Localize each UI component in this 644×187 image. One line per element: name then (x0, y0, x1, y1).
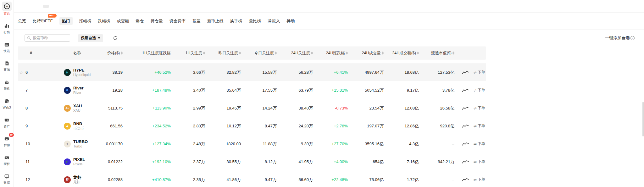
sidebar-item[interactable]: 资产 (1, 116, 13, 128)
order-button[interactable]: ⇌ 下单 (470, 70, 485, 75)
topnav-item[interactable] (43, 5, 49, 8)
change-24h-cell: +15.31% (313, 88, 348, 93)
price-cell: 19.28 (102, 88, 123, 93)
table-row[interactable]: ☆ 9 ◆ BNB 币安币 661.56 +234.52% 2.83万 10.1… (18, 117, 486, 135)
column-header[interactable]: 24H成交额($) (384, 51, 419, 56)
column-header-label: 今日关注度 (254, 51, 274, 56)
subnav-tab-label: 异动 (287, 19, 295, 23)
help-icon[interactable]: ? (630, 36, 635, 40)
column-header[interactable]: 今日关注度 (241, 51, 277, 56)
coin-icon: ◆ (64, 123, 71, 130)
subnav-tab[interactable]: 总览 (18, 18, 26, 24)
subnav-tab[interactable]: 跌幅榜 (98, 18, 110, 24)
price-cell: 0.001170 (102, 142, 123, 146)
subnav-tab-label: 涨幅榜 (79, 19, 92, 23)
subnav-tab[interactable]: 量比榜 (249, 18, 261, 24)
scrollbar-thumb[interactable] (642, 102, 644, 136)
sparkline-icon[interactable] (454, 70, 470, 75)
column-header[interactable]: 24H成交量 (348, 51, 384, 56)
sidebar-item[interactable]: 要闻 (1, 59, 13, 72)
order-button[interactable]: ⇌ 下单 (470, 141, 485, 147)
volume-24h-cell: 197.07万 (348, 123, 384, 129)
subnav-tab[interactable]: 换手榜 (230, 18, 242, 24)
sparkline-icon[interactable] (454, 124, 470, 128)
column-header[interactable]: 流通市值($) (419, 51, 454, 56)
column-header[interactable]: 昨日关注度 (205, 51, 241, 56)
subnav-tab[interactable]: 热门 (59, 17, 73, 25)
column-header: # (18, 51, 64, 55)
name-cell: T TURBO Turbo (64, 140, 102, 148)
price-cell: 661.56 (102, 124, 123, 128)
sort-arrows-icon[interactable] (452, 51, 454, 55)
sparkline-icon[interactable] (454, 178, 470, 182)
data-monitor-icon (2, 172, 12, 180)
sparkline-icon[interactable] (454, 106, 470, 110)
order-button[interactable]: ⇌ 下单 (470, 105, 485, 111)
sidebar-item[interactable]: 快讯 (1, 40, 13, 53)
coin-fullname: XAU (73, 108, 82, 113)
subnav-tab[interactable]: 基差 (192, 18, 201, 24)
refresh-icon[interactable] (113, 36, 118, 40)
search-input[interactable] (33, 36, 68, 40)
add-watchlist-button[interactable]: 一键添加自选 ? (605, 35, 635, 41)
subnav-tab[interactable]: 异动 (287, 18, 295, 24)
sidebar-item[interactable]: 数据 (1, 172, 13, 184)
subnav-tab[interactable]: 资金费率 (169, 18, 186, 24)
sidebar-item[interactable]: 策略 (1, 78, 13, 90)
rank-value: 7 (25, 88, 28, 93)
order-button[interactable]: ⇌ 下单 (470, 177, 485, 182)
favorite-star-icon[interactable]: ☆ (19, 70, 25, 75)
sidebar-item[interactable]: 授权 (1, 153, 13, 166)
sidebar-item[interactable]: ai 首页 (1, 2, 13, 15)
sidebar-item[interactable]: 行情 (1, 22, 13, 34)
name-cell: R River River (64, 86, 102, 95)
subnav-tab[interactable]: 净流入 (268, 18, 280, 24)
subnav-tab[interactable]: 涨幅榜 (79, 18, 92, 24)
sparkline-icon[interactable] (454, 142, 470, 146)
column-header[interactable]: 24H涨跌幅 (313, 51, 348, 56)
table-row[interactable]: ☆ 11 P PIXEL Pixels 0.01222 +192.10% 2.3… (18, 153, 486, 171)
swap-icon: ⇌ (474, 88, 477, 93)
coin-fullname: Pixels (73, 162, 85, 166)
subnav-tab[interactable]: 持仓量 (151, 18, 163, 24)
rank-cell: ☆ 6 (18, 70, 64, 75)
sidebar-item-label: 资产 (4, 125, 10, 128)
name-cell: P PIXEL Pixels (64, 158, 102, 166)
sidebar-item[interactable]: 群聊 19 (1, 135, 13, 147)
web3-globe-icon (2, 97, 12, 105)
search-box[interactable] (25, 34, 70, 42)
attention-1h-cell: 3.40万 (171, 88, 205, 93)
table-body: ☆ 6 H HYPE Hyperliquid 38.19 +46.52% 3.6… (18, 63, 486, 187)
subnav-tab-label: 净流入 (268, 19, 280, 23)
column-header[interactable]: 1H关注度 (171, 51, 205, 56)
subnav-tab[interactable]: 爆仓 (136, 18, 144, 24)
table-row[interactable]: ☆ 10 T TURBO Turbo 0.001170 +127.34% 2.4… (18, 135, 486, 153)
watchlist-filter-button[interactable]: 仅看自选 (78, 34, 103, 42)
rank-cell: ☆ 12 (18, 177, 64, 182)
swap-icon: ⇌ (474, 160, 477, 164)
sparkline-icon[interactable] (454, 88, 470, 93)
top-navigation (14, 0, 644, 13)
sparkline-icon[interactable] (454, 160, 470, 164)
attention-24h-cell: 41.95万 (277, 159, 313, 165)
table-row[interactable]: ☆ 12 虾 龙虾 龙虾 0.02288 +410.87% 2.35万 41.8… (18, 171, 486, 187)
order-button[interactable]: ⇌ 下单 (470, 88, 485, 93)
volume-24h-cell: 5054.52万 (348, 88, 384, 93)
order-button[interactable]: ⇌ 下单 (470, 123, 485, 129)
subnav-tab[interactable]: 成交额 (117, 18, 129, 24)
subnav-tab[interactable]: 比特币ETFHOT (33, 18, 53, 24)
table-row[interactable]: ☆ 7 R River River 19.28 +187.48% 3.40万 3… (18, 81, 486, 99)
chevron-down-icon (98, 37, 100, 39)
table-row[interactable]: ☆ 6 H HYPE Hyperliquid 38.19 +46.52% 3.6… (18, 63, 486, 81)
subnav-tab[interactable]: 新币上线 (207, 18, 224, 24)
order-button[interactable]: ⇌ 下单 (470, 159, 485, 164)
auth-key-icon (2, 153, 12, 162)
attention-24h-cell: 56.28万 (277, 70, 313, 75)
search-icon (27, 36, 31, 40)
sidebar-item[interactable]: Web3 (1, 97, 13, 109)
table-row[interactable]: ☆ 8 Au XAU XAU 5113.75 +113.90% 2.99万 19… (18, 99, 486, 117)
column-header[interactable]: 价格($) (102, 51, 123, 56)
column-header: 1H关注度涨跌幅 (123, 51, 171, 56)
column-header[interactable]: 24H关注度 (277, 51, 313, 56)
attention-today-cell: 14.24万 (241, 105, 277, 111)
